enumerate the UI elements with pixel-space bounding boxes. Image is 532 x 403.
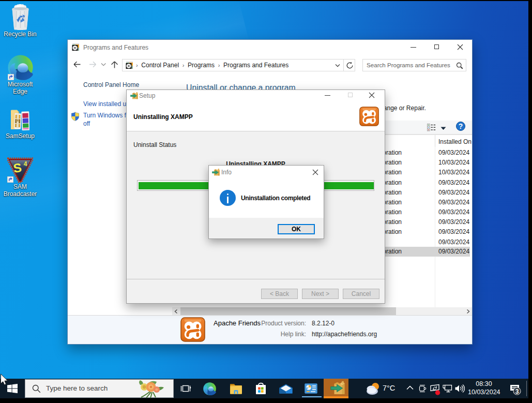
svg-text:4: 4 xyxy=(24,160,27,168)
svg-text:3: 3 xyxy=(515,388,519,395)
